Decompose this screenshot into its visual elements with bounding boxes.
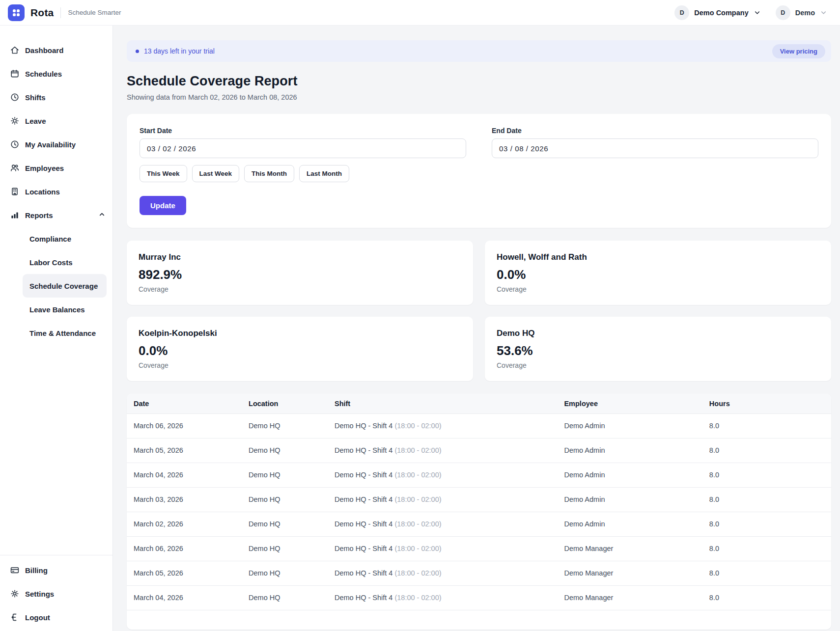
update-button[interactable]: Update [140, 196, 186, 215]
shift-name: Demo HQ - Shift 4 [335, 495, 392, 503]
sidebar-item-label: Logout [25, 613, 50, 622]
sidebar-item-locations[interactable]: Locations [0, 180, 112, 203]
user-name: Demo [795, 9, 815, 17]
sidebar-item-employees[interactable]: Employees [0, 156, 112, 180]
quick-range-button[interactable]: Last Week [192, 165, 240, 182]
coverage-card-name: Koelpin-Konopelski [139, 329, 461, 338]
column-header-employee: Employee [559, 394, 704, 413]
shift-time: (18:00 - 02:00) [394, 471, 441, 479]
shift-time: (18:00 - 02:00) [394, 545, 441, 552]
sidebar-item-label: Reports [25, 211, 53, 219]
sidebar-item-leave[interactable]: Leave [0, 109, 112, 133]
sidebar-item-leave-balances[interactable]: Leave Balances [23, 298, 107, 321]
cell-hours: 8.0 [704, 438, 831, 463]
shift-time: (18:00 - 02:00) [394, 594, 441, 602]
cell-shift: Demo HQ - Shift 4 (18:00 - 02:00) [330, 536, 559, 561]
cell-shift: Demo HQ - Shift 4 (18:00 - 02:00) [330, 512, 559, 536]
sidebar-subitem-label: Time & Attendance [29, 329, 96, 337]
sidebar-item-label: Dashboard [25, 46, 63, 55]
cell-hours: 8.0 [704, 561, 831, 585]
brand: Rota Schedule Smarter [8, 4, 121, 21]
end-date-group: End Date [492, 127, 818, 158]
sidebar-item-schedules[interactable]: Schedules [0, 62, 112, 85]
cell-date: March 05, 2026 [127, 438, 244, 463]
start-date-input[interactable] [140, 138, 466, 158]
end-date-input[interactable] [492, 138, 818, 158]
shift-name: Demo HQ - Shift 4 [335, 446, 392, 454]
cell-hours: 8.0 [704, 585, 831, 610]
cell-location: Demo HQ [244, 536, 330, 561]
sidebar-item-reports[interactable]: Reports [0, 203, 112, 227]
table-row: March 05, 2026 Demo HQ Demo HQ - Shift 4… [127, 438, 831, 463]
sidebar-item-label: Settings [25, 590, 54, 598]
shift-name: Demo HQ - Shift 4 [335, 594, 392, 602]
credit-card-icon [10, 565, 20, 575]
gear-icon [10, 589, 20, 599]
shift-time: (18:00 - 02:00) [394, 422, 441, 430]
company-menu[interactable]: D Demo Company [674, 5, 760, 20]
shift-name: Demo HQ - Shift 4 [335, 569, 392, 577]
sidebar-item-my-availability[interactable]: My Availability [0, 133, 112, 156]
sidebar-item-label: Shifts [25, 93, 46, 102]
company-name: Demo Company [694, 9, 748, 17]
coverage-table: Date Location Shift Employee Hours March… [127, 394, 831, 610]
coverage-cards: Murray Inc 892.9% Coverage Howell, Wolff… [127, 241, 831, 381]
sidebar-item-label: My Availability [25, 140, 76, 149]
cell-date: March 02, 2026 [127, 512, 244, 536]
cell-employee: Demo Admin [559, 463, 704, 487]
sidebar-item-label: Locations [25, 188, 60, 196]
sidebar-item-compliance[interactable]: Compliance [23, 227, 107, 250]
sidebar-item-settings[interactable]: Settings [0, 582, 112, 605]
view-pricing-button[interactable]: View pricing [772, 44, 825, 58]
cell-location: Demo HQ [244, 463, 330, 487]
sidebar-item-time-attendance[interactable]: Time & Attendance [23, 321, 107, 345]
quick-range-button[interactable]: This Month [244, 165, 294, 182]
shift-time: (18:00 - 02:00) [394, 446, 441, 454]
coverage-card: Murray Inc 892.9% Coverage [127, 241, 473, 305]
sidebar-item-billing[interactable]: Billing [0, 558, 112, 582]
cell-hours: 8.0 [704, 512, 831, 536]
cell-shift: Demo HQ - Shift 4 (18:00 - 02:00) [330, 487, 559, 512]
cell-shift: Demo HQ - Shift 4 (18:00 - 02:00) [330, 438, 559, 463]
sidebar-item-labor-costs[interactable]: Labor Costs [23, 250, 107, 274]
quick-range-button[interactable]: Last Month [299, 165, 349, 182]
table-header-row: Date Location Shift Employee Hours [127, 394, 831, 413]
coverage-card: Demo HQ 53.6% Coverage [485, 317, 831, 381]
coverage-card-value: 892.9% [139, 267, 461, 282]
cell-employee: Demo Admin [559, 438, 704, 463]
quick-range-button[interactable]: This Week [140, 165, 187, 182]
users-icon [10, 163, 20, 173]
quick-range-buttons: This Week Last Week This Month Last Mont… [140, 165, 818, 182]
sidebar-item-label: Leave [25, 117, 46, 125]
table-row: March 05, 2026 Demo HQ Demo HQ - Shift 4… [127, 561, 831, 585]
shift-name: Demo HQ - Shift 4 [335, 520, 392, 528]
sidebar-item-dashboard[interactable]: Dashboard [0, 38, 112, 62]
main-content: 13 days left in your trial View pricing … [113, 26, 840, 630]
sidebar-item-logout[interactable]: Logout [0, 605, 112, 629]
cell-location: Demo HQ [244, 585, 330, 610]
table-row: March 06, 2026 Demo HQ Demo HQ - Shift 4… [127, 536, 831, 561]
page-subtitle: Showing data from March 02, 2026 to Marc… [127, 93, 831, 101]
rota-logo-icon[interactable] [8, 4, 25, 21]
sidebar-item-shifts[interactable]: Shifts [0, 85, 112, 109]
trial-dot-icon [136, 50, 139, 53]
app-tagline: Schedule Smarter [68, 9, 121, 16]
shift-name: Demo HQ - Shift 4 [335, 471, 392, 479]
cell-employee: Demo Manager [559, 585, 704, 610]
cell-date: March 06, 2026 [127, 413, 244, 438]
sidebar-item-schedule-coverage[interactable]: Schedule Coverage [23, 274, 107, 298]
cell-shift: Demo HQ - Shift 4 (18:00 - 02:00) [330, 585, 559, 610]
cell-hours: 8.0 [704, 413, 831, 438]
user-avatar: D [776, 5, 790, 20]
shift-name: Demo HQ - Shift 4 [335, 422, 392, 430]
shift-time: (18:00 - 02:00) [394, 569, 441, 577]
coverage-card-value: 0.0% [497, 267, 819, 282]
coverage-card-label: Coverage [497, 361, 819, 369]
app-name[interactable]: Rota [30, 7, 54, 19]
start-date-group: Start Date [140, 127, 466, 158]
sidebar-item-label: Schedules [25, 70, 62, 78]
cell-location: Demo HQ [244, 561, 330, 585]
user-menu[interactable]: D Demo [776, 5, 827, 20]
shift-time: (18:00 - 02:00) [394, 495, 441, 503]
cell-location: Demo HQ [244, 487, 330, 512]
